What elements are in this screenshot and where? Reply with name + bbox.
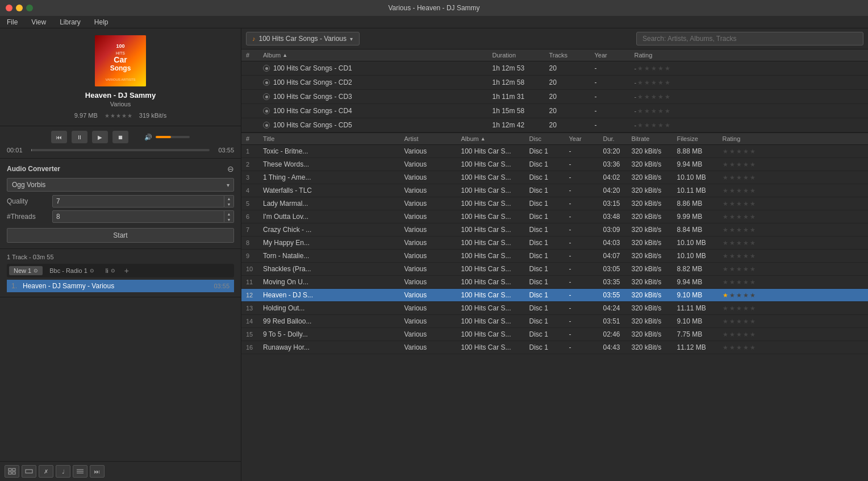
threads-input[interactable] xyxy=(52,210,224,223)
collapse-button[interactable]: ⊖ xyxy=(227,164,234,173)
track-rating[interactable]: ★ ★ ★ ★ ★ xyxy=(723,344,864,351)
track-artist: Various xyxy=(404,343,461,351)
close-button[interactable] xyxy=(6,5,12,11)
track-row[interactable]: 11 Moving On U... Various 100 Hits Car S… xyxy=(241,276,868,289)
albums-col-tracks[interactable]: Tracks xyxy=(549,52,595,59)
queue-tab-new1[interactable]: New 1 ⊙ xyxy=(9,266,43,275)
track-rating[interactable]: ★ ★ ★ ★ ★ xyxy=(723,226,864,234)
albums-col-duration[interactable]: Duration xyxy=(493,52,549,59)
playlist-view-button[interactable] xyxy=(5,465,19,478)
track-row[interactable]: 3 1 Thing - Ame... Various 100 Hits Car … xyxy=(241,171,868,184)
tracks-col-filesize[interactable]: Filesize xyxy=(677,135,723,142)
jump-button[interactable]: ⏭ xyxy=(90,465,105,478)
track-row[interactable]: 7 Crazy Chick - ... Various 100 Hits Car… xyxy=(241,223,868,237)
album-row-rating[interactable]: - ★★★★★ xyxy=(635,93,864,101)
volume-bar[interactable] xyxy=(156,136,190,138)
albums-col-rating[interactable]: Rating xyxy=(635,52,864,59)
quality-down-button[interactable]: ▼ xyxy=(224,201,233,207)
album-row-rating[interactable]: - ★★★★★ xyxy=(635,65,864,72)
track-row[interactable]: 2 These Words... Various 100 Hits Car S.… xyxy=(241,158,868,171)
track-album: 100 Hits Car S... xyxy=(461,252,529,260)
track-rating[interactable]: ★ ★ ★ ★ ★ xyxy=(723,305,864,312)
audio-button[interactable]: ♩ xyxy=(56,465,70,478)
progress-bar[interactable] xyxy=(31,149,210,151)
albums-col-album[interactable]: Album ▲ xyxy=(263,52,493,59)
menu-file[interactable]: File xyxy=(5,17,20,27)
format-select[interactable]: Ogg Vorbis MP3 FLAC AAC xyxy=(7,178,234,192)
track-row[interactable]: 6 I'm Outta Lov... Various 100 Hits Car … xyxy=(241,210,868,223)
maximize-button[interactable] xyxy=(26,5,33,11)
threads-up-button[interactable]: ▲ xyxy=(224,211,233,217)
album-row-rating[interactable]: - ★★★★★ xyxy=(635,122,864,129)
prev-button[interactable]: ⏮ xyxy=(51,131,67,143)
tracks-col-artist[interactable]: Artist xyxy=(404,135,461,142)
play-button[interactable]: ▶ xyxy=(92,131,108,143)
track-rating[interactable]: ★ ★ ★ ★ ★ xyxy=(723,200,864,208)
track-row[interactable]: 13 Holding Out... Various 100 Hits Car S… xyxy=(241,302,868,315)
quality-up-button[interactable]: ▲ xyxy=(224,196,233,201)
track-rating[interactable]: ★ ★ ★ ★ ★ xyxy=(723,161,864,168)
quality-input[interactable] xyxy=(52,195,224,208)
tracks-col-year[interactable]: Year xyxy=(569,135,603,142)
menu-library[interactable]: Library xyxy=(57,17,83,27)
menu-help[interactable]: Help xyxy=(92,17,111,27)
track-filesize: 8.86 MB xyxy=(677,200,723,208)
album-row-rating[interactable]: - ★★★★★ xyxy=(635,79,864,86)
tracklist-button[interactable] xyxy=(73,465,87,478)
track-bitrate: 320 kBit/s xyxy=(632,330,677,338)
search-input[interactable] xyxy=(636,32,863,45)
album-row[interactable]: 100 Hits Car Songs - CD2 1h 12m 58 20 - … xyxy=(241,76,868,90)
track-rating[interactable]: ★★★★★ xyxy=(105,113,132,119)
tracks-col-dur[interactable]: Dur. xyxy=(603,135,632,142)
tracks-col-title[interactable]: Title xyxy=(263,135,404,142)
track-rating[interactable]: ★ ★ ★ ★ ★ xyxy=(723,239,864,247)
threads-down-button[interactable]: ▼ xyxy=(224,217,233,222)
track-row[interactable]: 10 Shackles (Pra... Various 100 Hits Car… xyxy=(241,263,868,276)
track-row[interactable]: 9 Torn - Natalie... Various 100 Hits Car… xyxy=(241,250,868,263)
menu-view[interactable]: View xyxy=(29,17,48,27)
pause-button[interactable]: ⏸ xyxy=(72,131,87,143)
track-row[interactable]: 1 Toxic - Britne... Various 100 Hits Car… xyxy=(241,145,868,158)
tracks-col-hash[interactable]: # xyxy=(246,135,263,142)
queue-tab-li[interactable]: li ⊙ xyxy=(101,266,120,275)
track-rating[interactable]: ★ ★ ★ ★ ★ xyxy=(723,213,864,221)
tracks-col-rating[interactable]: Rating xyxy=(723,135,864,142)
track-rating[interactable]: ★ ★ ★ ★ ★ xyxy=(723,148,864,155)
track-rating[interactable]: ★ ★ ★ ★ ★ xyxy=(723,252,864,260)
album-row[interactable]: 100 Hits Car Songs - CD4 1h 15m 58 20 - … xyxy=(241,104,868,118)
queue-item[interactable]: 1. Heaven - DJ Sammy - Various 03:55 xyxy=(7,280,234,292)
track-rating[interactable]: ★ ★ ★ ★ ★ xyxy=(723,174,864,181)
album-row-rating[interactable]: - ★★★★★ xyxy=(635,107,864,115)
queue-tab-add-button[interactable]: + xyxy=(122,266,131,275)
track-row[interactable]: 14 99 Red Balloo... Various 100 Hits Car… xyxy=(241,315,868,328)
track-row[interactable]: 5 Lady Marmal... Various 100 Hits Car S.… xyxy=(241,197,868,210)
tracks-col-disc[interactable]: Disc xyxy=(529,135,569,142)
track-row[interactable]: 4 Waterfalls - TLC Various 100 Hits Car … xyxy=(241,184,868,197)
album-row[interactable]: 100 Hits Car Songs - CD5 1h 12m 42 20 - … xyxy=(241,118,868,132)
track-row[interactable]: 8 My Happy En... Various 100 Hits Car S.… xyxy=(241,237,868,250)
track-rating[interactable]: ★ ★ ★ ★ ★ xyxy=(723,279,864,286)
track-album: 100 Hits Car S... xyxy=(461,343,529,351)
track-rating[interactable]: ★ ★ ★ ★ ★ xyxy=(723,266,864,273)
albums-col-hash[interactable]: # xyxy=(246,52,263,59)
track-rating[interactable]: ★ ★ ★ ★ ★ xyxy=(723,318,864,325)
track-row[interactable]: 16 Runaway Hor... Various 100 Hits Car S… xyxy=(241,341,868,354)
albums-col-year[interactable]: Year xyxy=(595,52,635,59)
stop-button[interactable]: ⏹ xyxy=(112,131,128,143)
tracks-col-album[interactable]: Album ▲ xyxy=(461,135,529,142)
track-rating[interactable]: ★ ★ ★ ★ ★ xyxy=(723,292,864,299)
start-button[interactable]: Start xyxy=(7,228,234,243)
queue-tab-radio1[interactable]: Bbc - Radio 1 ⊙ xyxy=(45,266,99,275)
track-rating[interactable]: ★ ★ ★ ★ ★ xyxy=(723,187,864,194)
minimize-button[interactable] xyxy=(16,5,23,11)
track-row[interactable]: 15 9 To 5 - Dolly... Various 100 Hits Ca… xyxy=(241,328,868,341)
mini-mode-button[interactable] xyxy=(22,465,36,478)
track-disc: Disc 1 xyxy=(529,200,569,208)
album-row[interactable]: 100 Hits Car Songs - CD1 1h 12m 53 20 - … xyxy=(241,61,868,76)
tracks-col-bitrate[interactable]: Bitrate xyxy=(632,135,677,142)
album-row[interactable]: 100 Hits Car Songs - CD3 1h 11m 31 20 - … xyxy=(241,90,868,104)
track-row[interactable]: 12 Heaven - DJ S... Various 100 Hits Car… xyxy=(241,289,868,302)
track-rating[interactable]: ★ ★ ★ ★ ★ xyxy=(723,331,864,338)
album-dropdown-button[interactable]: ♪ 100 Hits Car Songs - Various ▾ xyxy=(246,32,360,45)
eq-button[interactable]: ✗ xyxy=(39,465,53,478)
